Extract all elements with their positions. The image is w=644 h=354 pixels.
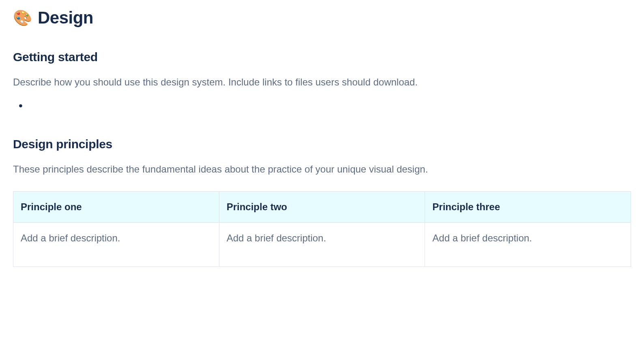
page-title[interactable]: Design — [38, 8, 93, 28]
palette-icon: 🎨 — [13, 10, 32, 26]
getting-started-heading[interactable]: Getting started — [13, 50, 631, 64]
page-title-row: 🎨 Design — [13, 8, 631, 28]
table-cell[interactable]: Add a brief description. — [219, 222, 425, 267]
table-row: Add a brief description. Add a brief des… — [13, 222, 631, 267]
design-principles-heading[interactable]: Design principles — [13, 137, 631, 151]
table-header-cell[interactable]: Principle three — [425, 191, 631, 222]
getting-started-description[interactable]: Describe how you should use this design … — [13, 75, 631, 90]
table-header-row: Principle one Principle two Principle th… — [13, 191, 631, 222]
section-getting-started: Getting started Describe how you should … — [13, 50, 631, 113]
design-principles-description[interactable]: These principles describe the fundamenta… — [13, 162, 631, 177]
table-header-cell[interactable]: Principle one — [13, 191, 219, 222]
getting-started-bullet-list — [13, 102, 631, 113]
table-cell[interactable]: Add a brief description. — [425, 222, 631, 267]
table-header-cell[interactable]: Principle two — [219, 191, 425, 222]
section-design-principles: Design principles These principles descr… — [13, 137, 631, 267]
principles-table: Principle one Principle two Principle th… — [13, 191, 631, 267]
list-item[interactable] — [21, 102, 631, 113]
table-cell[interactable]: Add a brief description. — [13, 222, 219, 267]
